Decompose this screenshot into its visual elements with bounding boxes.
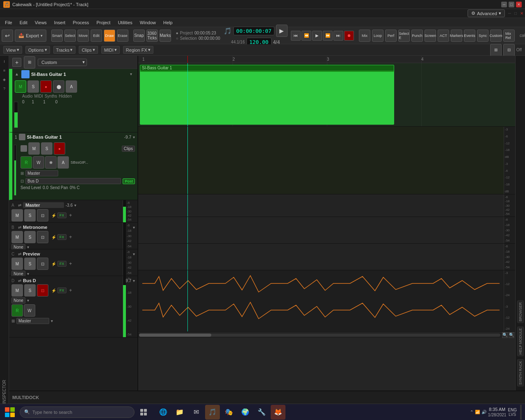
strip-c-solo-button[interactable]: S: [24, 258, 36, 270]
close-button[interactable]: ✕: [516, 2, 522, 7]
move-tool-button[interactable]: Move: [78, 30, 89, 42]
go-end-button[interactable]: ⏭: [333, 31, 343, 41]
strip-d-master-select[interactable]: Master: [16, 318, 49, 324]
erase-tool-button[interactable]: Erase: [117, 30, 128, 42]
menu-utilities[interactable]: Utilities: [114, 19, 135, 26]
strip-d-add-icon[interactable]: +: [69, 288, 72, 293]
menu-edit[interactable]: Edit: [16, 19, 31, 26]
strip-a-solo-button[interactable]: S: [24, 209, 36, 221]
taskbar-cakewalk-icon[interactable]: 🎵: [205, 405, 220, 420]
taskbar-app1-icon[interactable]: 🎭: [221, 405, 236, 420]
mini-asterisk-button[interactable]: ❋: [45, 156, 57, 169]
play-button[interactable]: ▶: [312, 31, 322, 41]
bus-select[interactable]: Bus D: [25, 178, 121, 184]
marks-button[interactable]: Marks: [160, 30, 171, 42]
menu-project[interactable]: Project: [93, 19, 114, 26]
mini-mute-button[interactable]: M: [28, 142, 40, 155]
advanced-button[interactable]: ⚙ Advanced ▾: [468, 9, 505, 17]
strip-b-fx-button[interactable]: FX: [57, 234, 66, 240]
zoom-out-icon[interactable]: 🔍: [509, 332, 514, 338]
scrollbar-thumb[interactable]: [139, 333, 211, 337]
mix-button[interactable]: Mix: [359, 30, 370, 42]
strip-d-mono-button[interactable]: ⊡: [37, 284, 48, 297]
snap-value-button[interactable]: 3360 Ticks: [146, 30, 158, 42]
snap-button[interactable]: Snap: [133, 30, 145, 42]
zoom-button[interactable]: ⊟: [503, 44, 515, 56]
minimize-button[interactable]: ─: [501, 2, 507, 7]
track-arrow-icon[interactable]: ▾: [130, 72, 135, 77]
perf-button[interactable]: Perf: [385, 30, 397, 42]
menu-views[interactable]: Views: [32, 19, 50, 26]
midi-clip[interactable]: SI-Bass Guitar 1: [140, 65, 394, 125]
tracks-menu[interactable]: Tracks ▾: [53, 46, 76, 54]
track-collapse-button[interactable]: ▲: [15, 72, 20, 77]
mini-r-button[interactable]: R: [21, 156, 32, 169]
large-solo-button[interactable]: S: [27, 80, 39, 93]
midi-menu[interactable]: MIDI ▾: [101, 46, 120, 54]
tray-volume-icon[interactable]: 🔊: [482, 410, 486, 414]
strip-c-mute-button[interactable]: M: [11, 258, 23, 270]
strip-b-solo-button[interactable]: S: [24, 231, 36, 243]
large-auto-button[interactable]: A: [66, 80, 77, 93]
strip-d-w-button[interactable]: W: [24, 304, 35, 317]
show-desktop-button[interactable]: [520, 405, 522, 420]
screen-button[interactable]: Screen: [425, 30, 436, 42]
inspector-icon-1[interactable]: I: [0, 57, 9, 66]
menu-insert[interactable]: Insert: [51, 19, 69, 26]
tray-network-icon[interactable]: 📶: [475, 410, 480, 414]
add-track-button[interactable]: +: [12, 58, 21, 67]
large-mute-button[interactable]: M: [15, 80, 26, 93]
taskbar-edge-icon[interactable]: 🌐: [156, 405, 171, 420]
transport-arrow-button[interactable]: ▶: [276, 25, 288, 37]
record-button[interactable]: ⏺: [344, 31, 354, 41]
large-record-button[interactable]: ●: [40, 80, 52, 93]
strip-b-mute-button[interactable]: M: [11, 231, 23, 243]
post-button[interactable]: Post: [123, 178, 135, 184]
markers-button[interactable]: Markers: [451, 30, 462, 42]
edit-tool-button[interactable]: Edit: [91, 30, 102, 42]
strip-c-fx-button[interactable]: FX: [57, 261, 66, 267]
go-start-button[interactable]: ⏮: [291, 31, 301, 41]
sync-button[interactable]: Sync: [477, 30, 488, 42]
select-tool-button[interactable]: Select: [64, 30, 76, 42]
view-menu[interactable]: View ▾: [3, 46, 22, 54]
zoom-in-icon[interactable]: 🔍: [502, 332, 508, 338]
mini-w-button[interactable]: W: [33, 156, 44, 169]
strip-c-add-icon[interactable]: +: [69, 261, 72, 267]
punch-button[interactable]: Punch: [411, 30, 423, 42]
smart-tool-button[interactable]: Smart: [51, 30, 63, 42]
options-menu[interactable]: Options ▾: [25, 46, 50, 54]
master-select[interactable]: Master: [25, 170, 58, 176]
menu-window[interactable]: Window: [137, 19, 159, 26]
strip-b-mono-button[interactable]: ⊡: [37, 231, 48, 243]
menu-process[interactable]: Process: [69, 19, 92, 26]
strip-a-collapse-icon[interactable]: ▾: [74, 203, 76, 208]
inspector-icon-2[interactable]: ≡: [0, 66, 9, 75]
help-module-label[interactable]: HELP MODULE: [517, 326, 524, 356]
mini-record-button[interactable]: ●: [54, 142, 65, 155]
taskbar-app3-icon[interactable]: 🔧: [254, 405, 269, 420]
task-view-button[interactable]: [136, 405, 151, 420]
draw-tool-button[interactable]: Draw: [104, 30, 115, 42]
act-button[interactable]: ACT: [438, 30, 449, 42]
strip-a-mute-button[interactable]: M: [11, 209, 23, 221]
taskbar-app2-icon[interactable]: 🌍: [238, 405, 253, 420]
strip-a-mono-button[interactable]: ⊡: [37, 209, 48, 221]
strip-d-none-select[interactable]: None: [11, 297, 25, 304]
events-button[interactable]: Events: [464, 30, 475, 42]
taskbar-explorer-icon[interactable]: 📁: [172, 405, 187, 420]
undo-button[interactable]: ↩: [2, 30, 13, 42]
custom-button[interactable]: Custom: [490, 30, 502, 42]
fit-button[interactable]: ⊞: [490, 44, 502, 56]
inspector-icon-4[interactable]: ?: [0, 84, 9, 93]
strip-c-mono-button[interactable]: ⊡: [37, 258, 48, 270]
strip-d-mute-button[interactable]: M: [11, 284, 23, 297]
search-bar[interactable]: 🔍 Type here to search: [20, 406, 135, 418]
mix-rel-button[interactable]: Mix Rel: [503, 30, 515, 42]
large-monitor-button[interactable]: ⬤: [53, 80, 64, 93]
taskbar-app4-icon[interactable]: 🦊: [271, 405, 285, 420]
region-fx-menu[interactable]: Region FX ▾: [123, 46, 153, 54]
export-button[interactable]: 📤 Export ▾: [15, 30, 46, 42]
strip-d-r-button[interactable]: R: [11, 304, 23, 317]
strip-a-fx-button[interactable]: FX: [57, 212, 66, 218]
